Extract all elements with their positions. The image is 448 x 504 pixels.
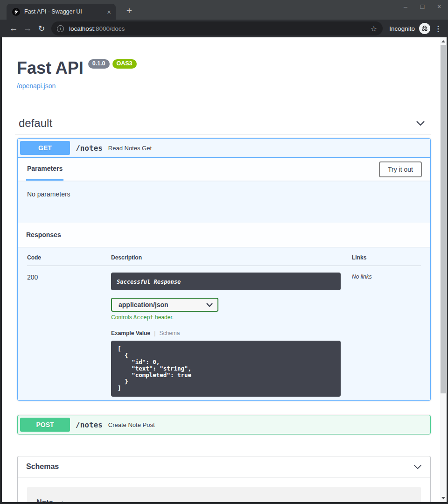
- response-code: 200: [27, 266, 111, 397]
- tab-title: Fast API - Swagger UI: [24, 8, 104, 15]
- oas3-badge: OAS3: [112, 59, 137, 69]
- response-links: No links: [352, 266, 421, 397]
- tab-strip: Fast API - Swagger UI × + – □ ×: [0, 0, 448, 20]
- tab-schema[interactable]: Schema: [159, 330, 180, 336]
- window-maximize-button[interactable]: □: [418, 3, 427, 10]
- post-endpoint-summary: Create Note Post: [108, 421, 155, 428]
- incognito-label: Incognito: [389, 25, 415, 32]
- opblock-get-notes: GET /notes Read Notes Get Parameters Try…: [17, 138, 431, 401]
- select-chevron-icon: [206, 303, 213, 307]
- responses-table-head: Code Description Links: [27, 247, 421, 266]
- response-description-box: Successful Response: [111, 273, 341, 290]
- expand-model-icon[interactable]: ›: [62, 498, 64, 502]
- site-info-icon[interactable]: i: [57, 25, 64, 32]
- scroll-down-arrow-icon[interactable]: [441, 497, 445, 499]
- example-json-text: [ { "id": 0, "text": "string", "complete…: [118, 346, 334, 392]
- browser-window: Fast API - Swagger UI × + – □ × ← → ↻ i …: [0, 0, 448, 504]
- url-host: localhost: [69, 25, 94, 32]
- accept-header-note: ControlsAcceptheader.: [111, 314, 352, 321]
- incognito-icon: [419, 23, 430, 34]
- chevron-down-icon[interactable]: [413, 464, 422, 469]
- example-json-block[interactable]: [ { "id": 0, "text": "string", "complete…: [111, 341, 341, 397]
- fastapi-favicon-icon: [12, 8, 20, 16]
- browser-tab[interactable]: Fast API - Swagger UI ×: [7, 4, 116, 20]
- description-column-header: Description: [111, 247, 352, 266]
- scroll-up-arrow-icon[interactable]: [441, 40, 445, 42]
- responses-title: Responses: [26, 231, 61, 238]
- schema-model-note[interactable]: Note ›: [27, 487, 421, 502]
- version-badge: 0.1.0: [88, 59, 110, 69]
- tab-parameters[interactable]: Parameters: [26, 158, 63, 181]
- back-button[interactable]: ←: [7, 23, 21, 34]
- no-parameters-text: No parameters: [18, 181, 430, 223]
- bookmark-star-icon[interactable]: ☆: [371, 24, 378, 33]
- media-type-value: application/json: [119, 301, 168, 308]
- address-bar[interactable]: i localhost:8000/docs ☆: [51, 21, 383, 35]
- response-row-200: 200 Successful Response application/json: [27, 266, 421, 397]
- url-text[interactable]: localhost:8000/docs: [69, 25, 371, 32]
- example-schema-tabs: Example Value | Schema: [111, 329, 352, 336]
- vertical-scrollbar[interactable]: [440, 37, 447, 502]
- api-title-row: Fast API 0.1.0 OAS3: [17, 58, 431, 78]
- responses-header: Responses: [18, 223, 430, 247]
- get-endpoint-summary: Read Notes Get: [108, 145, 152, 152]
- code-column-header: Code: [27, 247, 111, 266]
- forward-button[interactable]: →: [21, 23, 35, 34]
- links-column-header: Links: [352, 247, 421, 266]
- try-it-out-button[interactable]: Try it out: [379, 161, 422, 177]
- url-path: :8000/docs: [94, 25, 125, 32]
- accept-code: Accept: [132, 314, 155, 321]
- scrollbar-thumb[interactable]: [441, 45, 446, 393]
- incognito-indicator: Incognito: [389, 23, 430, 34]
- parameters-header: Parameters Try it out: [18, 158, 430, 181]
- tab-example-value[interactable]: Example Value: [111, 330, 150, 336]
- get-endpoint-path: /notes: [76, 144, 103, 153]
- openapi-spec-link[interactable]: /openapi.json: [17, 82, 56, 90]
- post-method-button[interactable]: POST: [20, 418, 70, 432]
- media-type-select[interactable]: application/json: [111, 298, 218, 312]
- browser-toolbar: ← → ↻ i localhost:8000/docs ☆ Incognito …: [0, 20, 448, 37]
- reload-button[interactable]: ↻: [35, 24, 49, 34]
- tag-section-default[interactable]: default: [15, 117, 431, 134]
- schemas-section: Schemas Note ›: [17, 456, 431, 502]
- browser-menu-icon[interactable]: ⋮: [433, 24, 443, 33]
- post-notes-summary[interactable]: POST /notes Create Note Post: [18, 415, 430, 434]
- window-close-button[interactable]: ×: [435, 3, 443, 10]
- swagger-page: Fast API 0.1.0 OAS3 /openapi.json defaul…: [2, 37, 440, 502]
- page-title: Fast API: [17, 58, 84, 78]
- schemas-title: Schemas: [26, 462, 59, 471]
- model-name-label: Note: [36, 498, 53, 503]
- tab-close-icon[interactable]: ×: [107, 8, 111, 16]
- tab-divider: |: [154, 329, 155, 336]
- get-notes-summary[interactable]: GET /notes Read Notes Get: [18, 139, 430, 158]
- new-tab-button[interactable]: +: [122, 4, 136, 18]
- window-minimize-button[interactable]: –: [401, 3, 410, 10]
- post-endpoint-path: /notes: [76, 420, 103, 429]
- get-method-button[interactable]: GET: [20, 141, 70, 155]
- schemas-header[interactable]: Schemas: [18, 456, 430, 477]
- responses-body: Code Description Links 200 Successful Re…: [18, 247, 430, 400]
- tag-name: default: [19, 117, 52, 130]
- chevron-down-icon[interactable]: [416, 120, 425, 126]
- page-viewport: Fast API 0.1.0 OAS3 /openapi.json defaul…: [2, 37, 447, 502]
- opblock-post-notes: POST /notes Create Note Post: [17, 415, 431, 434]
